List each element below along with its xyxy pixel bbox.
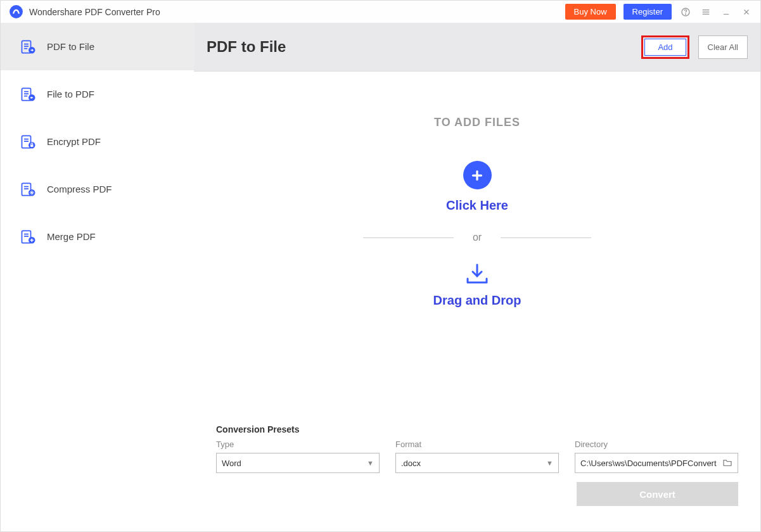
- clear-all-button[interactable]: Clear All: [698, 35, 748, 59]
- format-select[interactable]: .docx ▼: [395, 453, 559, 473]
- compress-pdf-icon: [20, 180, 37, 198]
- menu-icon[interactable]: [700, 7, 712, 17]
- sidebar-item-label: Compress PDF: [47, 184, 112, 194]
- drag-and-drop-label: Drag and Drop: [433, 293, 521, 308]
- or-divider: or: [363, 232, 591, 243]
- chevron-down-icon: ▼: [367, 459, 374, 467]
- titlebar: Wondershare PDF Converter Pro Buy Now Re…: [1, 1, 760, 23]
- sidebar-item-pdf-to-file[interactable]: PDF to File: [1, 23, 194, 70]
- page-title: PDF to File: [207, 38, 286, 56]
- format-value: .docx: [401, 459, 421, 468]
- sidebar-item-compress-pdf[interactable]: Compress PDF: [1, 165, 194, 213]
- dropzone[interactable]: TO ADD FILES Click Here or Drag and Drop: [207, 97, 748, 418]
- chevron-down-icon: ▼: [546, 459, 553, 467]
- help-icon[interactable]: [679, 7, 692, 17]
- or-label: or: [473, 232, 482, 243]
- conversion-presets: Conversion Presets Type Word ▼ Format .d…: [207, 418, 748, 519]
- add-files-plus-icon[interactable]: [463, 161, 492, 189]
- sidebar-item-label: File to PDF: [47, 89, 94, 99]
- sidebar-item-label: PDF to File: [47, 41, 94, 52]
- buy-now-button[interactable]: Buy Now: [565, 4, 616, 20]
- folder-icon[interactable]: [722, 458, 732, 469]
- content: TO ADD FILES Click Here or Drag and Drop…: [194, 72, 760, 531]
- close-icon[interactable]: [740, 8, 753, 16]
- sidebar-item-label: Encrypt PDF: [47, 136, 101, 147]
- format-label: Format: [395, 440, 559, 449]
- to-add-files-label: TO ADD FILES: [434, 116, 520, 129]
- add-button-highlight: Add: [641, 35, 689, 59]
- sidebar-item-file-to-pdf[interactable]: File to PDF: [1, 70, 194, 118]
- register-button[interactable]: Register: [624, 4, 672, 20]
- presets-title: Conversion Presets: [216, 424, 738, 434]
- directory-value: C:\Users\ws\Documents\PDFConvert: [580, 459, 719, 468]
- svg-rect-23: [30, 144, 33, 147]
- file-to-pdf-icon: [20, 86, 37, 103]
- app-logo-icon: [8, 4, 24, 20]
- sidebar-item-merge-pdf[interactable]: Merge PDF: [1, 213, 194, 260]
- type-select[interactable]: Word ▼: [216, 453, 380, 473]
- sidebar: PDF to File File to PDF Encrypt PDF Comp…: [1, 23, 194, 531]
- sidebar-item-label: Merge PDF: [47, 231, 96, 242]
- sidebar-item-encrypt-pdf[interactable]: Encrypt PDF: [1, 118, 194, 165]
- add-button[interactable]: Add: [644, 39, 686, 56]
- app-title: Wondershare PDF Converter Pro: [29, 7, 160, 17]
- click-here-label[interactable]: Click Here: [446, 198, 508, 213]
- pdf-to-file-icon: [20, 38, 37, 56]
- svg-point-2: [686, 13, 686, 14]
- merge-pdf-icon: [20, 228, 37, 246]
- convert-button[interactable]: Convert: [577, 482, 738, 506]
- download-icon: [464, 262, 490, 287]
- minimize-icon[interactable]: [720, 8, 732, 16]
- type-label: Type: [216, 440, 380, 449]
- encrypt-pdf-icon: [20, 133, 37, 151]
- svg-point-0: [10, 5, 23, 18]
- directory-field[interactable]: C:\Users\ws\Documents\PDFConvert: [575, 453, 738, 473]
- type-value: Word: [222, 459, 241, 468]
- directory-label: Directory: [575, 440, 738, 449]
- main: PDF to File Add Clear All TO ADD FILES C…: [194, 23, 760, 531]
- main-header: PDF to File Add Clear All: [194, 23, 760, 72]
